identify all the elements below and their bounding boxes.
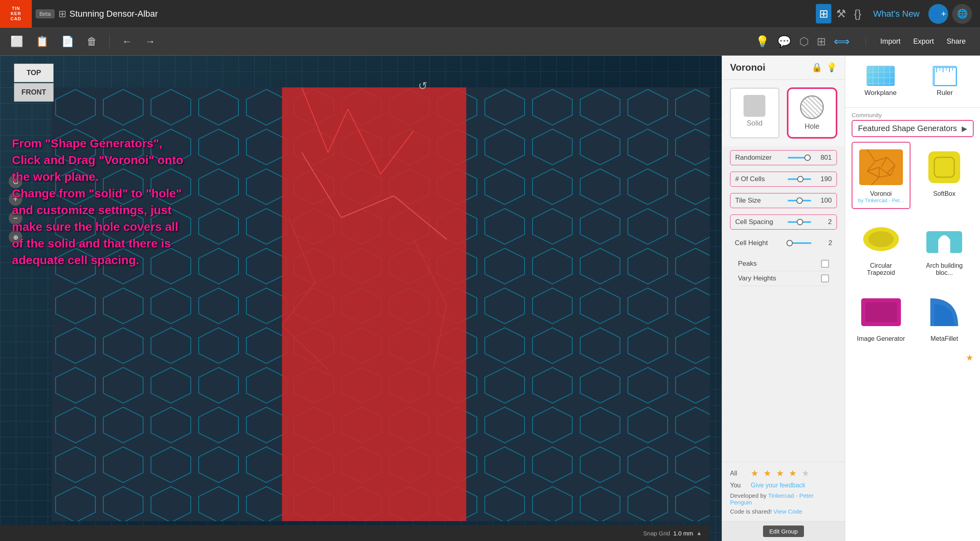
shape-item-image-gen[interactable]: Image Generator [852,287,910,348]
mirror-icon[interactable]: ⟺ [834,35,850,48]
randomizer-thumb[interactable] [804,155,811,161]
grid-view-btn[interactable]: ⊞ [816,4,831,23]
edit-group-btn[interactable]: Edit Group [763,526,804,537]
view-cube[interactable]: TOP FRONT [8,64,60,127]
image-gen-name: Image Generator [857,335,905,342]
cellspacing-track[interactable] [788,221,811,223]
view-cube-front[interactable]: FRONT [14,83,54,102]
star-2[interactable]: ★ [763,468,771,479]
cellheight-track[interactable] [787,242,812,244]
separator-1 [109,34,110,50]
workplane-btn[interactable]: Workplane [852,62,910,101]
image-gen-thumb [857,292,905,332]
shape-item-circular-trapezoid[interactable]: Circular Trapezoid [852,214,910,282]
whats-new-btn[interactable]: What's New [868,7,924,21]
beta-badge: Beta [36,10,54,18]
export-btn[interactable]: Export [907,37,940,46]
copy-btn[interactable]: 📋 [33,33,51,50]
grid-icon: ⊞ [58,8,66,19]
shape-item-arch[interactable]: Arch building bloc... [915,214,974,282]
peaks-row: Peaks [738,257,829,271]
light-bulb-icon[interactable]: 💡 [755,35,769,48]
cellheight-thumb[interactable] [786,240,793,246]
randomizer-track[interactable] [788,157,811,158]
align-icon[interactable]: ⊞ [817,35,826,48]
share-btn[interactable]: Share [940,37,972,46]
speech-bubble-icon[interactable]: 💬 [777,35,791,48]
redo-btn[interactable]: → [143,33,158,50]
feedback-link[interactable]: Give your feedback [751,482,806,489]
view-code-link[interactable]: View Code [773,508,802,515]
shape-item-metafillet[interactable]: MetaFillet [915,287,974,348]
user-avatar[interactable]: 🌐 [952,4,972,24]
tilesize-track[interactable] [788,200,811,201]
code-view-btn[interactable]: {} [851,4,865,23]
project-title[interactable]: Stunning Densor-Albar [70,9,158,19]
workplane-label: Workplane [864,89,897,97]
canvas-area[interactable]: ↺ TOP FRONT ⊙ + − ⊕ From "Shape Generato… [0,56,845,541]
softbox-shape-name: SoftBox [933,190,955,197]
ruler-btn[interactable]: Ruler [916,62,974,101]
shape-icon[interactable]: ⬡ [799,35,809,48]
cellspacing-value: 2 [816,218,832,226]
star-4[interactable]: ★ [789,468,797,479]
zoom-out-btn[interactable]: − [9,211,22,225]
metafillet-name: MetaFillet [931,335,958,342]
add-user-btn[interactable]: 👤+ [928,4,948,24]
workplane-grid [867,66,894,85]
star-5[interactable]: ★ [802,468,810,479]
dropdown-arrow-icon: ▶ [962,124,967,133]
edit-group-bar: Edit Group [722,521,845,541]
orbit-btn[interactable]: ⊕ [9,230,22,244]
logo[interactable]: TINKERCAD [0,0,32,28]
fit-view-btn[interactable]: ⊙ [9,175,22,188]
view-mode-buttons: ⊞ ⚒ {} [816,4,865,23]
ruler-icon [933,66,957,86]
new-workplane-btn[interactable]: ⬜ [8,33,25,50]
vary-heights-row: Vary Heights [738,271,829,286]
all-rating-label: All [730,470,746,477]
main-area: ↺ TOP FRONT ⊙ + − ⊕ From "Shape Generato… [0,56,980,541]
vary-heights-checkbox[interactable] [821,274,829,282]
snap-up-arrow[interactable]: ▲ [696,530,702,536]
import-btn[interactable]: Import [874,37,907,46]
info-icon[interactable]: 💡 [826,62,837,73]
shape-grid: Voronoi by Tinkercad - Pet... SoftBox [845,142,980,348]
view-cube-top[interactable]: TOP [14,64,54,82]
solid-btn[interactable]: Solid [730,88,779,138]
randomizer-row: Randomizer 801 [730,150,837,165]
voronoi-visual [52,87,710,521]
delete-btn[interactable]: 🗑 [84,33,99,50]
shape-item-voronoi[interactable]: Voronoi by Tinkercad - Pet... [852,142,910,209]
cellheight-label: Cell Height [735,239,782,247]
hole-btn[interactable]: Hole [787,88,837,138]
snap-label: Snap Grid [643,530,670,537]
zoom-in-btn[interactable]: + [9,192,22,206]
arch-shape-name: Arch building bloc... [919,262,970,276]
cells-thumb[interactable] [797,176,804,182]
nav-controls: ⊙ + − ⊕ [9,175,22,244]
shape-item-softbox[interactable]: SoftBox [915,142,974,209]
undo-btn[interactable]: ← [120,33,135,50]
voronoi-shape-name: Voronoi [870,190,892,197]
star-3[interactable]: ★ [776,468,784,479]
favorite-star-icon[interactable]: ★ [966,353,974,363]
sliders-area: Randomizer 801 # Of Cells 190 Tile Size [722,146,845,462]
svg-rect-38 [928,151,960,183]
tilesize-thumb[interactable] [796,197,803,204]
randomizer-label: Randomizer [735,154,783,162]
paste-btn[interactable]: 📄 [59,33,76,50]
tilesize-value: 100 [816,197,832,205]
list-view-btn[interactable]: ⚒ [833,4,849,23]
peaks-checkbox[interactable] [821,260,829,268]
cellheight-value: 2 [816,239,832,247]
featured-dropdown[interactable]: Featured Shape Generators ▶ [852,120,974,137]
randomizer-value: 801 [816,154,832,162]
cellspacing-thumb[interactable] [797,219,803,225]
cells-track[interactable] [788,178,811,180]
solid-label: Solid [747,119,763,127]
lock-icon[interactable]: 🔒 [812,62,822,73]
rotate-handle[interactable]: ↺ [418,79,427,93]
star-1[interactable]: ★ [751,468,759,479]
top-bar: TINKERCAD Beta ⊞ Stunning Densor-Albar ⊞… [0,0,980,28]
